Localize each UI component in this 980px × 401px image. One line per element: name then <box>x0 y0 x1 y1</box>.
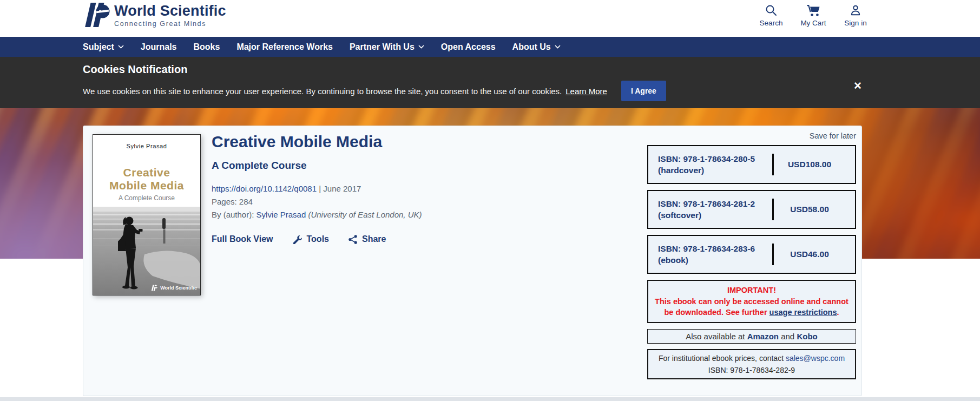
important-notice: IMPORTANT! This ebook can only be access… <box>647 280 856 323</box>
nav-about-label: About Us <box>512 42 551 52</box>
book-title: Creative Mobile Media <box>212 133 628 151</box>
offer-price: USD58.00 <box>774 205 845 214</box>
search-button[interactable]: Search <box>755 4 787 27</box>
nav-books[interactable]: Books <box>193 42 220 52</box>
offer-ebook[interactable]: ISBN: 978-1-78634-283-6 (ebook) USD46.00 <box>647 235 856 274</box>
kobo-link[interactable]: Kobo <box>797 332 817 341</box>
chevron-down-icon <box>555 45 561 49</box>
book-actions-row: Full Book View Tools <box>212 234 628 244</box>
offer-isbn: ISBN: 978-1-78634-283-6 (ebook) <box>658 243 772 266</box>
nav-about-us[interactable]: About Us <box>512 42 561 52</box>
share-label: Share <box>362 234 386 244</box>
cover-author: Sylvie Prasad <box>93 143 200 149</box>
conjunction-label: and <box>781 332 794 341</box>
full-book-view-label: Full Book View <box>212 234 273 244</box>
book-meta: https://doi.org/10.1142/q0081 | June 201… <box>212 182 628 221</box>
institutional-line: For institutional ebook prices, contact … <box>649 352 854 364</box>
cover-photo-beach-scene: World Scientific <box>93 207 201 295</box>
save-for-later-link[interactable]: Save for later <box>647 132 856 140</box>
cookie-message: We use cookies on this site to enhance y… <box>83 87 562 96</box>
doi-link[interactable]: https://doi.org/10.1142/q0081 <box>212 184 317 193</box>
page: World Scientific Connecting Great Minds … <box>0 0 980 401</box>
my-cart-button[interactable]: My Cart <box>798 4 829 27</box>
header-actions: Search My Cart Sign in <box>755 4 871 27</box>
footer-strip <box>0 397 980 401</box>
also-available-label: Also available at <box>686 332 745 341</box>
also-available-box: Also available at Amazon and Kobo <box>647 329 856 344</box>
i-agree-button[interactable]: I Agree <box>621 81 666 101</box>
doi-line: https://doi.org/10.1142/q0081 | June 201… <box>212 182 628 195</box>
share-icon <box>348 235 357 244</box>
nav-open-access[interactable]: Open Access <box>441 42 496 52</box>
author-link[interactable]: Sylvie Prasad <box>256 210 306 219</box>
full-book-view-link[interactable]: Full Book View <box>212 234 273 244</box>
wrench-icon <box>293 235 302 244</box>
offer-isbn: ISBN: 978-1-78634-280-5 (hardcover) <box>658 153 772 176</box>
cart-icon <box>806 4 820 17</box>
search-icon <box>765 4 778 17</box>
author-line: By (author): Sylvie Prasad (University o… <box>212 208 628 221</box>
purchase-column: Save for later ISBN: 978-1-78634-280-5 (… <box>647 132 856 379</box>
nav-journals[interactable]: Journals <box>141 42 177 52</box>
cover-publisher-logo: World Scientific <box>151 285 197 291</box>
institutional-box: For institutional ebook prices, contact … <box>647 349 856 379</box>
nav-major-reference-works[interactable]: Major Reference Works <box>236 42 333 52</box>
site-header: World Scientific Connecting Great Minds … <box>0 0 980 37</box>
pages-line: Pages: 284 <box>212 195 628 208</box>
search-label: Search <box>760 19 783 27</box>
nav-partner-with-us[interactable]: Partner With Us <box>350 42 424 52</box>
nav-mrw-label: Major Reference Works <box>236 42 333 52</box>
close-icon[interactable]: ✕ <box>853 80 862 92</box>
main-nav: Subject Journals Books Major Reference W… <box>0 37 980 57</box>
offer-isbn: ISBN: 978-1-78634-281-2 (softcover) <box>658 198 772 221</box>
world-scientific-logo[interactable]: World Scientific Connecting Great Minds <box>81 2 226 29</box>
offer-hardcover[interactable]: ISBN: 978-1-78634-280-5 (hardcover) USD1… <box>647 145 856 184</box>
book-info: Creative Mobile Media A Complete Course … <box>212 133 628 244</box>
cover-subtitle: A Complete Course <box>93 194 200 202</box>
book-detail-card: Sylvie Prasad Creative Mobile Media A Co… <box>83 126 862 396</box>
important-message: This ebook can only be accessed online a… <box>652 296 852 318</box>
usage-restrictions-link[interactable]: usage restrictions <box>769 308 837 317</box>
sign-in-label: Sign in <box>844 19 866 27</box>
publication-date: June 2017 <box>323 184 361 193</box>
author-affiliation: (University of East London, UK) <box>308 210 422 219</box>
cover-title: Creative Mobile Media <box>93 166 200 192</box>
nav-journals-label: Journals <box>141 42 177 52</box>
ws-logo-mark-small <box>151 285 158 291</box>
nav-books-label: Books <box>193 42 220 52</box>
offer-price: USD46.00 <box>774 249 845 259</box>
user-icon <box>849 4 862 17</box>
important-title: IMPORTANT! <box>652 285 852 296</box>
offer-price: USD108.00 <box>774 160 845 169</box>
brand-tagline: Connecting Great Minds <box>114 20 226 28</box>
by-author-label: By (author): <box>212 210 254 219</box>
learn-more-link[interactable]: Learn More <box>565 87 607 96</box>
chevron-down-icon <box>118 45 124 49</box>
my-cart-label: My Cart <box>800 19 826 27</box>
tools-label: Tools <box>307 234 329 244</box>
book-subtitle: A Complete Course <box>212 160 628 172</box>
book-cover: Sylvie Prasad Creative Mobile Media A Co… <box>93 134 201 295</box>
cookie-banner: Cookies Notification We use cookies on t… <box>0 57 980 108</box>
nav-open-access-label: Open Access <box>441 42 496 52</box>
nav-subject-label: Subject <box>83 42 114 52</box>
share-button[interactable]: Share <box>348 234 386 244</box>
tools-button[interactable]: Tools <box>293 234 329 244</box>
sales-email-link[interactable]: sales@wspc.com <box>786 354 845 363</box>
doi-separator: | <box>319 184 321 193</box>
sign-in-button[interactable]: Sign in <box>840 4 871 27</box>
ws-logo-mark <box>81 2 110 29</box>
amazon-link[interactable]: Amazon <box>747 332 779 341</box>
chevron-down-icon <box>418 45 424 49</box>
nav-subject[interactable]: Subject <box>83 42 124 52</box>
brand-name: World Scientific <box>114 3 226 19</box>
nav-partner-label: Partner With Us <box>350 42 415 52</box>
offer-softcover[interactable]: ISBN: 978-1-78634-281-2 (softcover) USD5… <box>647 190 856 229</box>
cookie-banner-title: Cookies Notification <box>83 63 187 76</box>
institutional-isbn: ISBN: 978-1-78634-282-9 <box>649 364 854 376</box>
